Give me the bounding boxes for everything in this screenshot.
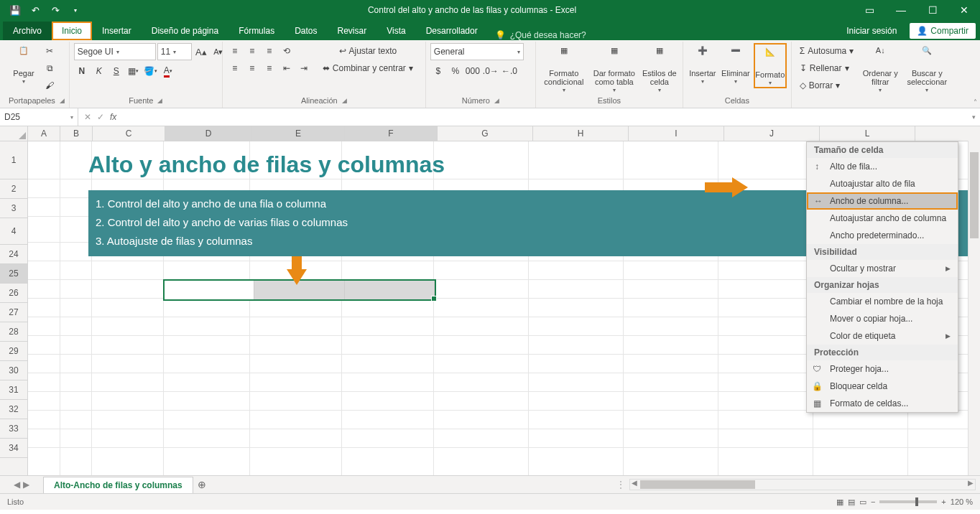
format-painter-icon[interactable]: 🖌 [42, 78, 57, 93]
menu-format-cells[interactable]: ▦Formato de celdas... [807, 395, 958, 412]
menu-tab-color[interactable]: Color de etiqueta▶ [807, 327, 958, 345]
tab-datos[interactable]: Datos [285, 22, 327, 40]
view-break-icon[interactable]: ▭ [859, 497, 866, 507]
menu-lock-cell[interactable]: 🔒Bloquear celda [807, 378, 958, 395]
menu-rename-sheet[interactable]: Cambiar el nombre de la hoja [807, 293, 958, 310]
format-table-button[interactable]: ▦Dar formato como tabla▾ [591, 43, 638, 94]
name-box[interactable]: D25▾ [0, 108, 78, 126]
collapse-ribbon-icon[interactable]: ˄ [974, 98, 977, 106]
redo-icon[interactable]: ↷ [46, 1, 65, 19]
tab-revisar[interactable]: Revisar [328, 22, 377, 40]
zoom-out-icon[interactable]: − [871, 497, 875, 506]
currency-icon[interactable]: $ [430, 63, 446, 79]
tab-file[interactable]: Archivo [3, 22, 52, 40]
align-center-icon[interactable]: ≡ [244, 60, 260, 76]
worksheet-grid[interactable]: A B C D E F G H I J L 1 2 3 4 24 25 26 2… [0, 126, 980, 475]
undo-icon[interactable]: ↶ [26, 1, 45, 19]
menu-move-copy[interactable]: Mover o copiar hoja... [807, 310, 958, 327]
dialog-launcher-icon[interactable]: ◢ [494, 97, 499, 104]
insert-button[interactable]: ➕Insertar▾ [688, 43, 718, 85]
tell-me[interactable]: 💡 ¿Qué desea hacer? [495, 30, 586, 40]
delete-button[interactable]: ➖Eliminar▾ [721, 43, 751, 85]
sort-filter-button[interactable]: A↓Ordenar y filtrar▾ [860, 43, 900, 94]
align-left-icon[interactable]: ≡ [227, 60, 243, 76]
ribbon-options-icon[interactable]: ▭ [854, 0, 885, 20]
enter-formula-icon[interactable]: ✓ [97, 112, 104, 122]
font-size-combo[interactable]: 11▾ [157, 43, 192, 60]
increase-font-icon[interactable]: A▴ [193, 44, 209, 60]
menu-autofit-row[interactable]: Autoajustar alto de fila [807, 175, 958, 192]
tab-desarrollador[interactable]: Desarrollador [416, 22, 488, 40]
tab-insertar[interactable]: Insertar [92, 22, 142, 40]
menu-default-width[interactable]: Ancho predeterminado... [807, 227, 958, 244]
orientation-icon[interactable]: ⟲ [279, 43, 295, 59]
close-icon[interactable]: ✕ [948, 0, 980, 20]
cancel-formula-icon[interactable]: ✕ [84, 112, 91, 122]
row-header[interactable]: 27 [0, 303, 27, 322]
fill-color-icon[interactable]: 🪣▾ [143, 63, 159, 79]
tab-diseno[interactable]: Diseño de página [142, 22, 228, 40]
col-header[interactable]: J [724, 126, 820, 141]
save-icon[interactable]: 💾 [6, 1, 24, 19]
share-button[interactable]: 👤 Compartir [910, 23, 976, 39]
minimize-icon[interactable]: — [885, 0, 917, 20]
menu-autofit-col[interactable]: Autoajustar ancho de columna [807, 210, 958, 227]
paste-button[interactable]: 📋 Pegar ▾ [9, 43, 39, 85]
vertical-scrollbar[interactable] [968, 141, 980, 475]
horizontal-scrollbar[interactable]: ◀ ▶ [629, 479, 976, 490]
percent-icon[interactable]: % [448, 63, 463, 79]
expand-formula-bar-icon[interactable]: ▾ [968, 113, 980, 121]
tab-vista[interactable]: Vista [376, 22, 415, 40]
row-header[interactable]: 24 [0, 245, 27, 264]
increase-decimal-icon[interactable]: .0→ [482, 63, 499, 79]
col-header[interactable]: C [93, 126, 165, 141]
qat-customize-icon[interactable]: ▾ [66, 1, 85, 19]
align-top-icon[interactable]: ≡ [227, 43, 243, 59]
cut-icon[interactable]: ✂ [42, 43, 57, 59]
decrease-indent-icon[interactable]: ⇤ [279, 60, 295, 76]
tab-formulas[interactable]: Fórmulas [228, 22, 285, 40]
autosum-button[interactable]: ΣAutosuma▾ [796, 43, 857, 59]
col-header[interactable]: A [28, 126, 60, 141]
merge-center-button[interactable]: ⬌Combinar y centrar▾ [319, 60, 417, 76]
copy-icon[interactable]: ⧉ [42, 60, 57, 76]
row-header[interactable]: 31 [0, 380, 27, 400]
dialog-launcher-icon[interactable]: ◢ [60, 97, 65, 104]
row-header[interactable]: 34 [0, 439, 27, 458]
cells-area[interactable]: Alto y ancho de filas y columnas 1. Cont… [28, 141, 980, 475]
zoom-level[interactable]: 120 % [951, 497, 973, 506]
zoom-slider[interactable] [879, 500, 937, 503]
row-header[interactable]: 29 [0, 342, 27, 361]
row-header[interactable]: 30 [0, 361, 27, 380]
cell-styles-button[interactable]: ▦Estilos de celda▾ [641, 43, 678, 94]
maximize-icon[interactable]: ☐ [917, 0, 948, 20]
conditional-format-button[interactable]: ▦Formato condicional▾ [540, 43, 588, 94]
zoom-in-icon[interactable]: + [941, 497, 946, 506]
align-middle-icon[interactable]: ≡ [244, 43, 260, 59]
wrap-text-button[interactable]: ↩Ajustar texto [319, 43, 417, 59]
align-bottom-icon[interactable]: ≡ [262, 43, 277, 59]
font-name-combo[interactable]: Segoe UI▾ [74, 43, 156, 60]
menu-protect-sheet[interactable]: 🛡Proteger hoja... [807, 360, 958, 378]
underline-button[interactable]: S [108, 63, 124, 79]
comma-icon[interactable]: 000 [465, 63, 481, 79]
tab-inicio[interactable]: Inicio [52, 22, 92, 40]
row-header[interactable]: 25 [0, 264, 27, 284]
dialog-launcher-icon[interactable]: ◢ [157, 97, 162, 104]
select-all-corner[interactable] [0, 126, 28, 141]
sheet-tab-active[interactable]: Alto-Ancho de filas y columnas [43, 477, 193, 493]
dialog-launcher-icon[interactable]: ◢ [342, 97, 347, 104]
col-header[interactable]: B [60, 126, 93, 141]
increase-indent-icon[interactable]: ⇥ [296, 60, 312, 76]
col-header[interactable]: F [345, 126, 438, 141]
format-button[interactable]: 📐Formato▾ [754, 43, 787, 88]
new-sheet-button[interactable]: ⊕ [193, 479, 211, 490]
menu-hide-show[interactable]: Ocultar y mostrar▶ [807, 260, 958, 277]
menu-row-height[interactable]: ↕Alto de fila... [807, 158, 958, 175]
row-header[interactable]: 28 [0, 322, 27, 342]
fx-icon[interactable]: fx [110, 112, 116, 122]
col-header[interactable]: I [629, 126, 724, 141]
bold-button[interactable]: N [74, 63, 90, 79]
align-right-icon[interactable]: ≡ [262, 60, 277, 76]
find-select-button[interactable]: 🔍Buscar y seleccionar▾ [903, 43, 951, 94]
